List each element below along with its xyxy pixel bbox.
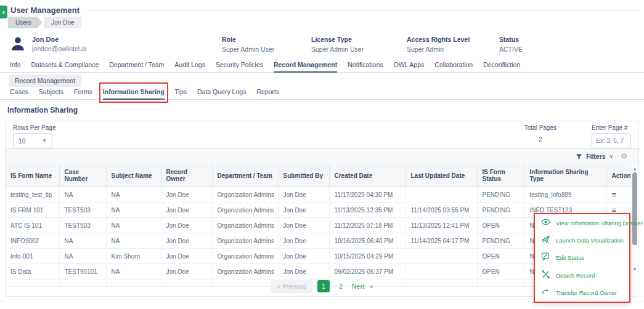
table-cell: PENDING	[477, 187, 524, 203]
page-number-2[interactable]: 2	[335, 280, 347, 292]
tab-record-management[interactable]: Record Management	[274, 61, 337, 73]
chevron-down-icon[interactable]: ∨	[609, 153, 614, 159]
next-page-button[interactable]: Next	[352, 283, 365, 290]
breadcrumb-item-jon-doe[interactable]: Jon Doe	[44, 17, 81, 28]
section-title: Information Sharing	[7, 106, 78, 114]
row-actions-menu-icon[interactable]: ≡	[612, 190, 617, 199]
table-cell: 11/14/2025 04:17 PM	[406, 233, 477, 249]
table-cell: Jon Doe	[278, 233, 329, 249]
table-controls: Rows Per Page 10 ▼ Total Pages 2 Enter P…	[6, 121, 638, 148]
user-field-status: StatusACTIVE	[499, 36, 523, 53]
table-cell: Kim Shorn	[106, 249, 161, 264]
column-header-case-number[interactable]: Case Number	[59, 164, 106, 187]
gear-icon[interactable]: ⚙	[621, 152, 627, 161]
table-cell: Jon Doe	[278, 264, 329, 279]
table-cell: testing_test_tip	[6, 187, 59, 203]
context-menu-item-transfer-record-owner[interactable]: Transfer Record Owner	[535, 284, 629, 302]
title-divider	[87, 10, 640, 11]
subtab-reports[interactable]: Reports	[256, 88, 279, 100]
rows-per-page-value: 10	[18, 137, 26, 145]
column-header-information-sharing-type[interactable]: Information Sharing Type	[524, 164, 606, 187]
column-header-department-team[interactable]: Department / Team	[212, 164, 278, 187]
user-field-role: RoleSuper Admin User	[222, 36, 274, 53]
tab-datasets-compliance[interactable]: Datasets & Compliance	[31, 61, 99, 73]
filters-bar: Filters ∨ ⚙	[6, 148, 638, 164]
tab-deconfliction[interactable]: Deconfliction	[483, 61, 520, 73]
table-cell: OPEN	[477, 218, 524, 233]
table-cell: 09/02/2025 06:37 PM	[329, 264, 406, 279]
user-field-access-rights-level: Access Rights LevelSuper Admin	[407, 36, 470, 53]
eye-icon	[541, 217, 550, 229]
table-cell: NA	[106, 264, 161, 279]
table-cell: 10/16/2025 06:40 PM	[329, 233, 406, 249]
context-menu-item-label: Detach Record	[556, 272, 595, 279]
column-header-action[interactable]: Action	[606, 164, 632, 187]
subtab-tips[interactable]: Tips	[175, 88, 187, 100]
table-cell	[406, 264, 477, 279]
rows-per-page-select[interactable]: 10 ▼	[13, 133, 52, 148]
action-cell: ≡	[606, 187, 632, 203]
rows-per-page: Rows Per Page 10 ▼	[13, 124, 55, 148]
table-cell: Jon Doe	[161, 203, 212, 218]
tab-info[interactable]: Info	[10, 61, 21, 73]
total-pages-label: Total Pages	[524, 124, 556, 131]
table-cell: Jon Doe	[161, 249, 212, 264]
table-cell: NA	[106, 203, 161, 218]
enter-page-input[interactable]	[592, 133, 631, 148]
context-menu-item-label: Edit Status	[556, 254, 584, 261]
column-header-created-date[interactable]: Created Date	[329, 164, 406, 187]
subtab-cases[interactable]: Cases	[10, 88, 28, 100]
column-header-is-form-status[interactable]: IS Form Status	[477, 164, 524, 187]
column-header-record-owner[interactable]: Record Owner	[161, 164, 212, 187]
page-number-1[interactable]: 1	[317, 280, 330, 292]
user-field-label: License Type	[311, 36, 364, 43]
scroll-up-icon[interactable]: ▲	[632, 166, 638, 172]
table-row: testing_test_tipNANAJon DoeOrganization …	[6, 187, 632, 203]
tab-audit-logs[interactable]: Audit Logs	[174, 61, 205, 73]
table-cell: IS Data	[6, 264, 59, 279]
next-arrow-icon[interactable]: »	[370, 283, 373, 290]
tab-department-team[interactable]: Department / Team	[109, 61, 164, 73]
table-cell: 11/14/2025 03:55 PM	[406, 203, 477, 218]
user-field-license-type: License TypeSuper Admin User	[311, 36, 364, 53]
context-menu-item-label: Launch Data Visualization	[556, 237, 624, 244]
table-cell: NA	[59, 249, 106, 264]
user-field-value: Super Admin User	[311, 46, 364, 53]
column-header-submitted-by[interactable]: Submitted By	[278, 164, 329, 187]
tab-security-policies[interactable]: Security Policies	[216, 61, 263, 73]
context-menu-item-edit-status[interactable]: Edit Status	[535, 249, 629, 267]
header: User Management	[10, 6, 640, 15]
scrollbar-thumb[interactable]	[632, 172, 637, 245]
column-header-subject-name[interactable]: Subject Name	[106, 164, 161, 187]
total-pages-value: 2	[524, 135, 556, 143]
table-cell: Jon Doe	[161, 264, 212, 279]
table-cell: 11/13/2025 12:41 PM	[406, 218, 477, 233]
context-menu-item-detach-record[interactable]: Detach Record	[535, 267, 629, 284]
tab-notifications[interactable]: Notifications	[348, 61, 383, 73]
back-button[interactable]: ‹	[0, 6, 7, 18]
filter-funnel-icon	[576, 153, 582, 160]
filters-button[interactable]: Filters	[586, 153, 606, 160]
breadcrumb-item-users[interactable]: Users	[8, 17, 43, 28]
subtab-information-sharing[interactable]: Information Sharing	[103, 88, 165, 100]
table-cell: TEST90101	[59, 264, 106, 279]
column-header-is-form-name[interactable]: IS Form Name	[6, 164, 59, 187]
scroll-down-icon[interactable]: ▼	[632, 267, 638, 272]
table-cell: Organization Admins	[212, 264, 278, 279]
table-cell: OPEN	[477, 249, 524, 264]
tab-owl-apps[interactable]: OWL Apps	[393, 61, 424, 73]
subtab-data-query-logs[interactable]: Data Query Logs	[197, 88, 246, 100]
record-management-chip[interactable]: Record Management	[9, 74, 81, 87]
column-header-last-updated-date[interactable]: Last Updated Date	[406, 164, 477, 187]
subtab-forms[interactable]: Forms	[74, 88, 92, 100]
row-action-context-menu: View Information Sharing DossierLaunch D…	[534, 213, 630, 303]
sub-tab-bar: CasesSubjectsFormsInformation SharingTip…	[0, 88, 644, 100]
previous-page-button[interactable]: « Previous	[271, 280, 312, 293]
subtab-subjects[interactable]: Subjects	[39, 88, 63, 100]
context-menu-item-launch-data-visualization[interactable]: Launch Data Visualization	[535, 232, 629, 249]
table-cell: TEST503	[59, 218, 106, 233]
page-title: User Management	[10, 6, 79, 15]
chevron-left-icon: ‹	[2, 7, 5, 17]
context-menu-item-view-information-sharing-dossier[interactable]: View Information Sharing Dossier	[535, 214, 629, 231]
tab-collaboration[interactable]: Collaboration	[434, 61, 473, 73]
